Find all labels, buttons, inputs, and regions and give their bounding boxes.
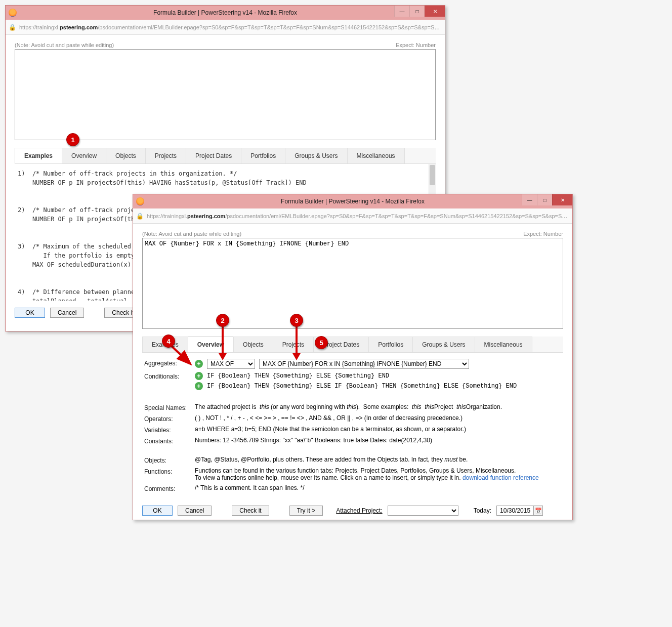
expect-label: Expect: Number bbox=[523, 231, 563, 237]
functions-text-line1: Functions can be found in the various fu… bbox=[195, 467, 561, 474]
tab-portfolios[interactable]: Portfolios bbox=[368, 337, 413, 352]
firefox-icon bbox=[136, 197, 144, 205]
functions-label: Functions: bbox=[144, 467, 195, 475]
objects-text: @Tag, @Status, @Portfolio, plus others. … bbox=[195, 456, 561, 463]
today-datepicker[interactable]: 10/30/2015 📅 bbox=[496, 506, 543, 516]
ok-button[interactable]: OK bbox=[15, 308, 45, 318]
add-icon[interactable]: + bbox=[195, 382, 203, 390]
attached-project-label: Attached Project: bbox=[336, 507, 382, 514]
download-function-reference-link[interactable]: download function reference bbox=[463, 474, 539, 481]
window-formula-builder-2: Formula Builder | PowerSteering v14 - Mo… bbox=[133, 194, 573, 520]
url-host: psteering.com bbox=[187, 213, 225, 219]
objects-label: Objects: bbox=[144, 456, 195, 464]
attached-project-select[interactable] bbox=[388, 506, 458, 516]
help-tabs: Examples Overview Objects Projects Proje… bbox=[142, 337, 563, 353]
minimize-button[interactable]: — bbox=[522, 194, 537, 205]
titlebar: Formula Builder | PowerSteering v14 - Mo… bbox=[6, 6, 445, 20]
address-bar[interactable]: 🔒 https://trainingxl.psteering.com/psdoc… bbox=[6, 20, 445, 35]
url-path: /psdocumentation/eml/EMLBuilder.epage?sp… bbox=[225, 213, 569, 219]
tab-projects[interactable]: Projects bbox=[273, 337, 314, 352]
constants-text: Numbers: 12 -3456.789 Strings: "xx" "aa\… bbox=[195, 437, 561, 444]
callout-1: 1 bbox=[66, 133, 79, 146]
callout-4: 4 bbox=[162, 335, 175, 348]
variables-label: Variables: bbox=[144, 426, 195, 434]
tab-misc[interactable]: Miscellaneous bbox=[475, 337, 532, 352]
tab-examples[interactable]: Examples bbox=[15, 148, 62, 163]
close-button[interactable]: ✕ bbox=[425, 6, 445, 17]
aggregates-template-select[interactable]: MAX OF {Number} FOR x IN {Something} IFN… bbox=[259, 359, 469, 369]
today-label: Today: bbox=[474, 507, 491, 514]
conditional-template-2[interactable]: IF {Boolean} THEN {Something} ELSE IF {B… bbox=[207, 383, 517, 390]
overview-panel: Aggregates: + MAX OF MAX OF {Number} FOR… bbox=[142, 353, 563, 498]
url-path: /psdocumentation/eml/EMLBuilder.epage?sp… bbox=[98, 24, 442, 30]
tab-project-dates[interactable]: Project Dates bbox=[186, 148, 241, 163]
cancel-button[interactable]: Cancel bbox=[50, 308, 84, 318]
comments-label: Comments: bbox=[144, 484, 195, 492]
special-names-label: Special Names: bbox=[144, 403, 195, 411]
tab-overview[interactable]: Overview bbox=[62, 148, 106, 163]
formula-textarea[interactable] bbox=[15, 49, 436, 140]
calendar-icon[interactable]: 📅 bbox=[533, 506, 542, 515]
close-button[interactable]: ✕ bbox=[552, 194, 572, 205]
lock-icon: 🔒 bbox=[9, 24, 16, 31]
svg-line-0 bbox=[171, 346, 189, 363]
aggregates-select[interactable]: MAX OF bbox=[207, 359, 255, 369]
conditional-template-1[interactable]: IF {Boolean} THEN {Something} ELSE {Some… bbox=[207, 372, 389, 380]
edit-note: (Note: Avoid cut and paste while editing… bbox=[15, 42, 114, 48]
expect-label: Expect: Number bbox=[396, 42, 436, 48]
cancel-button[interactable]: Cancel bbox=[178, 506, 212, 516]
address-bar[interactable]: 🔒 https://trainingxl.psteering.com/psdoc… bbox=[133, 208, 572, 224]
comments-text: /* This is a comment. It can span lines.… bbox=[195, 484, 561, 491]
ok-button[interactable]: OK bbox=[142, 506, 173, 516]
lock-icon: 🔒 bbox=[136, 213, 144, 220]
firefox-icon bbox=[9, 9, 17, 17]
tab-objects[interactable]: Objects bbox=[106, 148, 146, 163]
callout-2: 2 bbox=[216, 314, 229, 327]
callout-3: 3 bbox=[290, 314, 303, 327]
tab-misc[interactable]: Miscellaneous bbox=[347, 148, 405, 163]
window-title: Formula Builder | PowerSteering v14 - Mo… bbox=[153, 9, 297, 16]
tab-portfolios[interactable]: Portfolios bbox=[241, 148, 285, 163]
variables-text: a+b WHERE a=3; b=5; END (Note that the s… bbox=[195, 426, 561, 433]
action-row: OK Cancel Check it Try it > Attached Pro… bbox=[142, 504, 563, 518]
today-value: 10/30/2015 bbox=[497, 507, 533, 514]
check-it-button[interactable]: Check it bbox=[232, 506, 269, 516]
operators-label: Operators: bbox=[144, 414, 195, 423]
url-host: psteering.com bbox=[60, 24, 98, 30]
formula-textarea[interactable] bbox=[142, 238, 563, 329]
maximize-button[interactable]: □ bbox=[537, 194, 552, 205]
special-names-text: The attached project is this (or any wor… bbox=[195, 403, 561, 410]
try-it-button[interactable]: Try it > bbox=[289, 506, 323, 516]
tab-projects[interactable]: Projects bbox=[145, 148, 186, 163]
maximize-button[interactable]: □ bbox=[409, 6, 425, 17]
callout-5: 5 bbox=[315, 336, 328, 349]
url-prefix: https://trainingxl. bbox=[19, 24, 60, 30]
help-tabs: Examples Overview Objects Projects Proje… bbox=[15, 148, 436, 164]
constants-label: Constants: bbox=[144, 437, 195, 445]
tab-groups-users[interactable]: Groups & Users bbox=[285, 148, 347, 163]
edit-note: (Note: Avoid cut and paste while editing… bbox=[142, 231, 241, 237]
minimize-button[interactable]: — bbox=[394, 6, 409, 17]
scrollbar-thumb[interactable] bbox=[430, 165, 435, 185]
tab-groups-users[interactable]: Groups & Users bbox=[412, 337, 475, 352]
window-title: Formula Builder | PowerSteering v14 - Mo… bbox=[281, 198, 425, 205]
functions-text-line2: To view a functions online help, mouse o… bbox=[195, 474, 463, 481]
titlebar: Formula Builder | PowerSteering v14 - Mo… bbox=[133, 194, 572, 208]
url-prefix: https://trainingxl. bbox=[147, 213, 187, 219]
operators-text: ( ) , NOT ! , * / , + - , < <= >= > , ==… bbox=[195, 414, 561, 422]
tab-objects[interactable]: Objects bbox=[233, 337, 273, 352]
